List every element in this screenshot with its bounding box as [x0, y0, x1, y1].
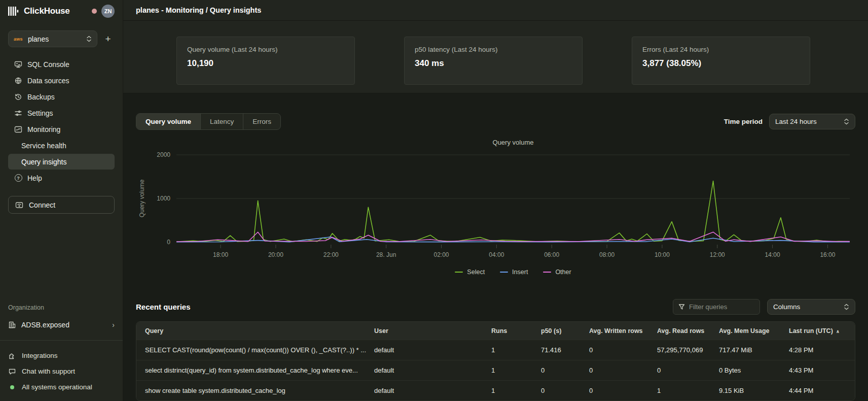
metric-card-p50-latency: p50 latency (Last 24 hours) 340 ms — [404, 37, 583, 85]
table-cell: 0 — [589, 366, 657, 374]
sidebar-item-data-sources[interactable]: Data sources — [8, 73, 115, 88]
sidebar-nav: SQL Console Data sources Backups Setting… — [8, 56, 115, 186]
table-cell: 71.416 — [541, 346, 589, 354]
filter-queries-input[interactable] — [689, 303, 750, 311]
sidebar-item-monitoring[interactable]: Monitoring — [8, 121, 115, 137]
metrics-band: Query volume (Last 24 hours) 10,190 p50 … — [123, 21, 868, 93]
svg-text:0: 0 — [167, 239, 170, 246]
legend-label: Other — [555, 269, 571, 276]
legend-item-select[interactable]: Select — [455, 269, 485, 276]
sidebar-item-sql-console[interactable]: SQL Console — [8, 56, 115, 72]
table-cell: 0 — [589, 387, 657, 394]
sidebar: ClickHouse ZN aws planes + SQL Console D… — [0, 0, 123, 401]
page-title: planes - Monitoring / Query insights — [136, 6, 261, 14]
avatar[interactable]: ZN — [101, 5, 115, 18]
table-cell: default — [374, 366, 491, 374]
svg-text:28. Jun: 28. Jun — [376, 251, 396, 258]
svg-text:12:00: 12:00 — [710, 251, 725, 258]
legend-item-other[interactable]: Other — [543, 269, 571, 276]
column-header[interactable]: User — [374, 327, 491, 335]
legend-label: Select — [467, 269, 485, 276]
sidebar-item-chat-support[interactable]: Chat with support — [8, 363, 115, 379]
sidebar-item-settings[interactable]: Settings — [8, 105, 115, 121]
status-label: All systems operational — [22, 383, 92, 391]
table-cell: 0 — [589, 346, 657, 354]
status-ok-icon — [8, 385, 16, 389]
building-icon — [8, 321, 16, 329]
legend-item-insert[interactable]: Insert — [500, 269, 528, 276]
service-name: planes — [28, 35, 81, 43]
service-selector[interactable]: aws planes — [8, 30, 97, 47]
table-row[interactable]: SELECT CAST(round(pow(count() / max(coun… — [136, 340, 855, 360]
sidebar-item-label: Data sources — [27, 77, 69, 85]
metric-label: Query volume (Last 24 hours) — [187, 46, 344, 53]
connect-label: Connect — [29, 201, 55, 209]
table-cell: 1 — [657, 387, 719, 394]
sidebar-item-backups[interactable]: Backups — [8, 89, 115, 105]
organization-item[interactable]: ADSB.exposed › — [8, 317, 115, 332]
legend-swatch — [500, 272, 508, 273]
metric-card-errors: Errors (Last 24 hours) 3,877 (38.05%) — [632, 37, 810, 85]
column-header[interactable]: Avg. Written rows — [589, 327, 657, 335]
columns-select[interactable]: Columns — [767, 299, 855, 315]
column-header[interactable]: Avg. Read rows — [657, 327, 719, 335]
tab-errors[interactable]: Errors — [243, 114, 280, 129]
table-cell: 1 — [491, 346, 541, 354]
svg-text:04:00: 04:00 — [489, 251, 504, 258]
table-header: QueryUserRunsp50 (s)Avg. Written rowsAvg… — [136, 322, 855, 340]
sidebar-item-service-health[interactable]: Service health — [8, 138, 115, 153]
add-service-button[interactable]: + — [101, 32, 115, 46]
table-cell: show create table system.distributed_cac… — [136, 387, 374, 394]
funnel-icon — [678, 304, 685, 310]
sidebar-item-query-insights[interactable]: Query insights — [8, 154, 115, 170]
recent-queries-table: QueryUserRunsp50 (s)Avg. Written rowsAvg… — [136, 321, 855, 401]
column-header[interactable]: p50 (s) — [541, 327, 589, 335]
metric-value: 10,190 — [187, 58, 344, 69]
connect-icon — [15, 201, 23, 209]
system-status[interactable]: All systems operational — [8, 379, 115, 395]
table-cell: 1 — [491, 366, 541, 374]
sidebar-item-label: Help — [27, 174, 42, 182]
legend-swatch — [543, 272, 551, 273]
column-header[interactable]: Last run (UTC)∧ — [789, 327, 855, 335]
time-period-select[interactable]: Last 24 hours — [769, 114, 855, 129]
filter-queries-box[interactable] — [673, 299, 760, 315]
svg-text:14:00: 14:00 — [765, 251, 780, 258]
legend-swatch — [455, 272, 463, 273]
table-cell: select distrinct(query_id) from system.d… — [136, 366, 374, 374]
table-cell: 0 — [541, 366, 589, 374]
puzzle-icon — [8, 352, 16, 360]
column-header[interactable]: Avg. Mem Usage — [719, 327, 789, 335]
connect-button[interactable]: Connect — [8, 196, 115, 214]
time-period-value: Last 24 hours — [775, 118, 817, 125]
tab-latency[interactable]: Latency — [200, 114, 243, 129]
footer-item-label: Integrations — [22, 352, 58, 359]
table-row[interactable]: select distrinct(query_id) from system.d… — [136, 360, 855, 380]
divider — [0, 340, 123, 341]
svg-text:06:00: 06:00 — [544, 251, 559, 258]
time-period-label: Time period — [724, 118, 763, 125]
svg-text:18:00: 18:00 — [213, 251, 228, 258]
footer-item-label: Chat with support — [22, 367, 75, 375]
organization-section-label: Organization — [8, 304, 115, 311]
sidebar-item-help[interactable]: ? Help — [8, 170, 115, 186]
sidebar-item-label: Query insights — [21, 158, 66, 166]
chart-title: Query volume — [176, 139, 850, 146]
help-icon: ? — [14, 174, 22, 182]
sidebar-item-integrations[interactable]: Integrations — [8, 348, 115, 363]
table-cell: 0 — [541, 387, 589, 394]
sidebar-item-label: SQL Console — [27, 60, 69, 69]
table-cell: 0 — [657, 366, 719, 374]
sidebar-item-label: Backups — [27, 93, 55, 101]
table-cell: default — [374, 346, 491, 354]
metric-value: 3,877 (38.05%) — [642, 58, 800, 69]
notification-dot-icon — [92, 9, 97, 14]
sliders-icon — [14, 109, 22, 117]
svg-text:2000: 2000 — [157, 151, 170, 158]
table-row[interactable]: show create table system.distributed_cac… — [136, 380, 855, 400]
svg-text:10:00: 10:00 — [655, 251, 670, 258]
column-header[interactable]: Query — [136, 327, 374, 335]
tab-query-volume[interactable]: Query volume — [136, 114, 200, 129]
column-header[interactable]: Runs — [491, 327, 541, 335]
table-cell: default — [374, 387, 491, 394]
